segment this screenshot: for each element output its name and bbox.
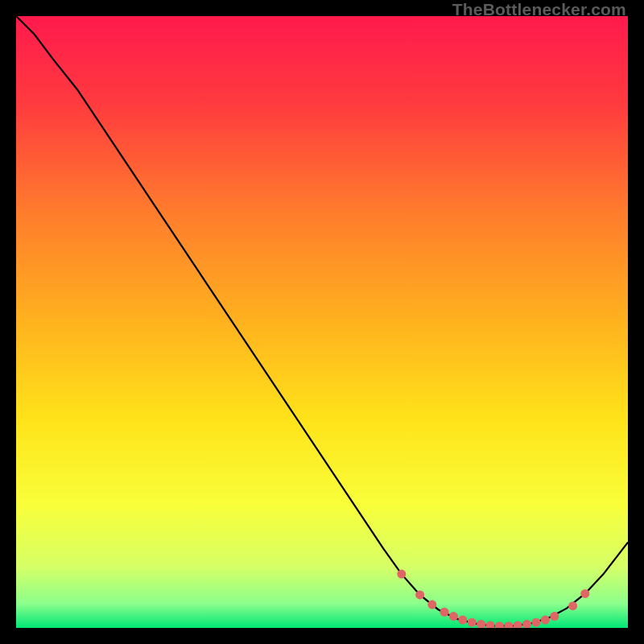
marker-dot: [568, 601, 577, 610]
marker-dot: [514, 621, 522, 628]
marker-dot: [541, 616, 550, 625]
marker-dot: [415, 590, 424, 599]
marker-dot: [550, 612, 559, 621]
marker-dot: [458, 616, 467, 625]
marker-dot: [427, 601, 436, 609]
watermark-text: TheBottlenecker.com: [452, 0, 626, 19]
marker-dot: [468, 618, 477, 627]
marker-dot: [449, 612, 458, 621]
marker-dot: [495, 621, 504, 628]
marker-dot: [580, 589, 589, 598]
marker-dot: [522, 620, 531, 628]
marker-dot: [486, 621, 495, 628]
marker-dot: [532, 618, 541, 627]
chart-curve-layer: [16, 16, 628, 628]
marker-dot: [440, 608, 449, 617]
marker-dot: [504, 621, 513, 628]
curve-line: [16, 16, 628, 626]
marker-dot: [477, 620, 485, 628]
marker-dot: [397, 570, 406, 579]
